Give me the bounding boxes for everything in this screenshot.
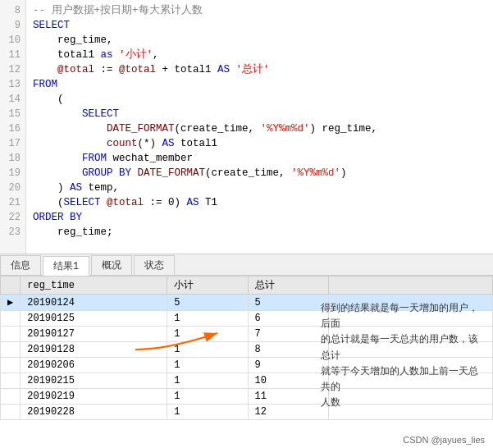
- cell-total: 6: [248, 311, 328, 327]
- row-indicator: [1, 405, 21, 420]
- code-body: -- 用户数据+按日期+每大累计人数 SELECT reg_time, tota…: [26, 0, 493, 254]
- cell-subtotal: 1: [167, 327, 248, 342]
- row-indicator: [1, 327, 21, 342]
- col-spacer: [329, 277, 493, 295]
- bottom-panel: 信息 结果1 概况 状态 reg_time 小计 总计 ▶: [0, 254, 493, 448]
- watermark: CSDN @jayues_lies: [403, 435, 485, 445]
- cell-total: 8: [248, 342, 328, 358]
- cell-reg-time: 20190215: [21, 373, 167, 389]
- cell-subtotal: 1: [167, 311, 248, 327]
- annotation-text: 得到的结果就是每一天增加的用户，后面 的总计就是每一天总共的用户数，该总计 就等…: [321, 300, 485, 410]
- code-editor[interactable]: 8 9 10 11 12 13 14 15 16 17 18 19 20 21 …: [0, 0, 493, 254]
- row-indicator: ▶: [1, 295, 21, 311]
- tab-overview[interactable]: 概况: [91, 255, 132, 275]
- cell-total: 12: [248, 405, 328, 420]
- cell-subtotal: 1: [167, 389, 248, 405]
- row-indicator: [1, 358, 21, 373]
- tab-results1[interactable]: 结果1: [43, 256, 89, 276]
- cell-total: 10: [248, 373, 328, 389]
- cell-total: 7: [248, 327, 328, 342]
- cell-reg-time: 20190127: [21, 327, 167, 342]
- cell-reg-time: 20190219: [21, 389, 167, 405]
- cell-reg-time: 20190206: [21, 358, 167, 373]
- cell-reg-time: 20190124: [21, 295, 167, 311]
- cell-subtotal: 5: [167, 295, 248, 311]
- col-subtotal: 小计: [167, 277, 248, 295]
- cell-subtotal: 1: [167, 373, 248, 389]
- cell-total: 5: [248, 295, 328, 311]
- tab-info[interactable]: 信息: [0, 255, 41, 275]
- tabs-bar: 信息 结果1 概况 状态: [0, 254, 493, 276]
- cell-reg-time: 20190125: [21, 311, 167, 327]
- cell-subtotal: 1: [167, 342, 248, 358]
- col-indicator: [1, 277, 21, 295]
- cell-subtotal: 1: [167, 358, 248, 373]
- col-total: 总计: [248, 277, 328, 295]
- cell-total: 9: [248, 358, 328, 373]
- line-numbers: 8 9 10 11 12 13 14 15 16 17 18 19 20 21 …: [0, 0, 26, 254]
- row-indicator: [1, 311, 21, 327]
- cell-total: 11: [248, 389, 328, 405]
- cell-subtotal: 1: [167, 405, 248, 420]
- cell-reg-time: 20190228: [21, 405, 167, 420]
- tab-status[interactable]: 状态: [134, 255, 175, 275]
- cell-reg-time: 20190128: [21, 342, 167, 358]
- col-reg-time: reg_time: [21, 277, 167, 295]
- row-indicator: [1, 373, 21, 389]
- results-wrapper: reg_time 小计 总计 ▶ 20190124 5 5: [0, 276, 493, 448]
- row-indicator: [1, 342, 21, 358]
- row-indicator: [1, 389, 21, 405]
